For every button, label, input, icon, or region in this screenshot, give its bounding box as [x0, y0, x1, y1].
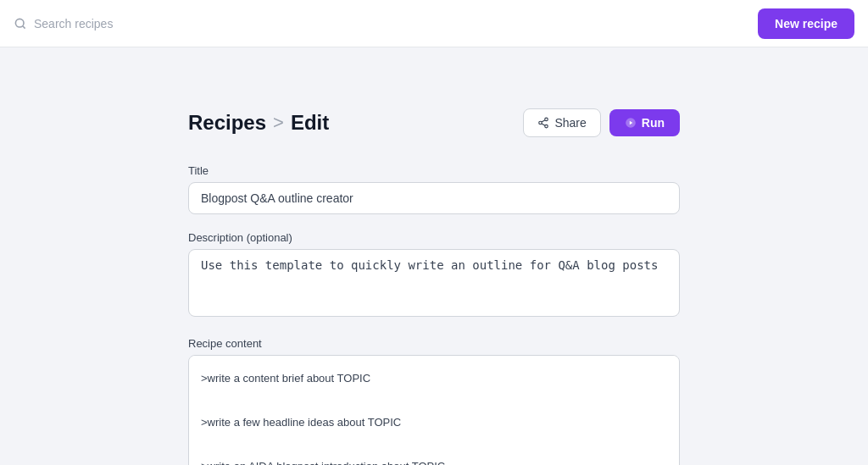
- svg-line-5: [542, 124, 545, 125]
- svg-point-2: [545, 118, 548, 121]
- description-section: Description (optional) Use this template…: [188, 231, 680, 320]
- svg-line-6: [542, 120, 545, 122]
- breadcrumb-edit: Edit: [291, 111, 329, 135]
- header-actions: Share Run: [523, 108, 680, 137]
- breadcrumb-recipes: Recipes: [188, 111, 266, 135]
- share-label: Share: [554, 116, 586, 130]
- svg-point-4: [545, 125, 548, 128]
- svg-point-3: [539, 121, 542, 125]
- page-header: Recipes > Edit Share: [188, 108, 680, 137]
- description-input[interactable]: Use this template to quickly write an ou…: [188, 249, 680, 317]
- breadcrumb: Recipes > Edit: [188, 111, 329, 135]
- navbar: New recipe: [0, 0, 868, 47]
- content-wrapper: Recipes > Edit Share: [53, 75, 815, 465]
- run-button[interactable]: Run: [609, 109, 680, 136]
- main-area: Recipes > Edit Share: [0, 47, 868, 465]
- run-icon: [625, 117, 637, 129]
- new-recipe-button[interactable]: New recipe: [758, 8, 854, 39]
- share-icon: [537, 117, 549, 129]
- recipe-content-label: Recipe content: [188, 337, 680, 350]
- recipe-content-input[interactable]: >write a content brief about TOPIC >writ…: [188, 355, 680, 465]
- svg-line-1: [23, 25, 25, 28]
- description-label: Description (optional): [188, 231, 680, 244]
- svg-point-0: [15, 19, 24, 27]
- run-label: Run: [642, 116, 665, 130]
- title-section: Title: [188, 164, 680, 214]
- breadcrumb-separator: >: [273, 112, 284, 134]
- search-container: [14, 17, 203, 30]
- share-button[interactable]: Share: [523, 108, 600, 137]
- title-label: Title: [188, 164, 680, 177]
- search-input[interactable]: [34, 17, 203, 30]
- recipe-content-section: Recipe content >write a content brief ab…: [188, 337, 680, 465]
- title-input[interactable]: [188, 182, 680, 214]
- search-icon: [14, 17, 27, 30]
